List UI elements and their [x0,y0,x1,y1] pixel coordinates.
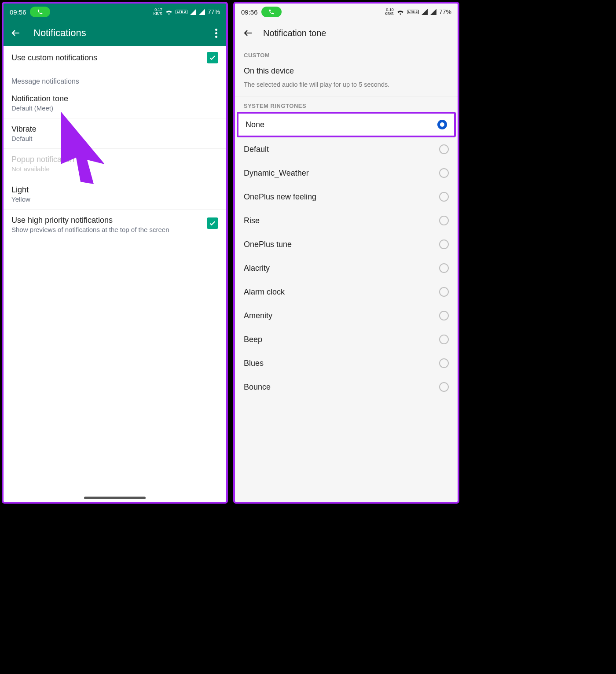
wifi-icon [165,9,173,15]
ringtone-radio[interactable] [439,358,449,368]
high-priority-checkbox[interactable] [207,217,218,229]
setting-sub: Not available [11,165,218,173]
ringtone-row-dynamic-weather[interactable]: Dynamic_Weather [235,161,458,185]
ringtone-radio[interactable] [439,287,449,297]
high-priority-title: Use high priority notifications [11,216,207,225]
ringtone-radio[interactable] [439,311,449,320]
ringtone-radio[interactable] [439,168,449,178]
ringtone-radio[interactable] [439,335,449,344]
ringtone-label: None [246,120,437,129]
setting-sub: Yellow [11,195,218,203]
data-speed-indicator: 0.10KB/S [385,8,394,16]
ringtone-row-oneplus-new-feeling[interactable]: OnePlus new feeling [235,185,458,209]
ringtone-label: OnePlus tune [244,240,439,249]
status-bar: 09:56 0.17KB/S LTE 2 77% [4,4,226,20]
on-this-device-row[interactable]: On this device [235,61,458,79]
data-speed-indicator: 0.17KB/S [153,8,162,16]
section-header-custom: CUSTOM [235,46,458,61]
high-priority-sub: Show previews of notifications at the to… [11,226,207,233]
signal-2-icon [199,9,205,15]
setting-sub: Default [11,135,218,142]
ringtone-radio[interactable] [439,263,449,273]
ringtone-radio[interactable] [439,144,449,154]
setting-title: Light [11,185,218,195]
ringtone-label: Bounce [244,383,439,392]
app-bar: Notification tone [235,20,458,46]
ringtone-row-alacrity[interactable]: Alacrity [235,256,458,280]
setting-row-notification-tone[interactable]: Notification toneDefault (Meet) [4,88,226,118]
ringtone-radio[interactable] [439,382,449,392]
signal-1-icon [422,9,428,15]
status-time: 09:56 [241,8,258,16]
ongoing-call-pill[interactable] [261,7,282,17]
ringtone-radio[interactable] [439,216,449,225]
left-phone-screenshot: 09:56 0.17KB/S LTE 2 77% Notifications U… [2,2,228,504]
setting-sub: Default (Meet) [11,104,218,112]
ringtone-row-rise[interactable]: Rise [235,209,458,232]
setting-row-vibrate[interactable]: VibrateDefault [4,118,226,149]
setting-title: Vibrate [11,125,218,134]
custom-description: The selected audio file will play for up… [235,79,458,96]
ringtone-row-bounce[interactable]: Bounce [235,375,458,399]
setting-title: Notification tone [11,94,218,103]
page-title: Notifications [33,27,86,39]
battery-percentage: 77% [439,8,451,15]
signal-1-icon [190,9,196,15]
battery-percentage: 77% [208,8,220,15]
use-custom-notifications-row[interactable]: Use custom notifications [4,46,226,70]
ringtone-radio[interactable] [439,192,449,202]
ringtone-row-amenity[interactable]: Amenity [235,304,458,328]
ringtone-row-none[interactable]: None [237,112,456,137]
nav-handle[interactable] [84,497,146,499]
status-time: 09:56 [10,8,26,16]
signal-2-icon [430,9,436,15]
ringtone-label: Rise [244,216,439,225]
more-options-icon[interactable] [213,27,219,40]
back-icon[interactable] [11,28,21,38]
ringtone-label: Default [244,145,439,154]
ringtone-label: Alarm clock [244,287,439,297]
ongoing-call-pill[interactable] [30,7,50,17]
ringtone-label: Amenity [244,311,439,320]
ringtone-label: Alacrity [244,264,439,273]
back-icon[interactable] [243,28,253,38]
setting-title: Popup notification [11,155,218,164]
status-bar: 09:56 0.10KB/S LTE 2 77% [235,4,458,20]
ringtone-row-oneplus-tune[interactable]: OnePlus tune [235,232,458,256]
use-custom-label: Use custom notifications [11,53,207,63]
section-header-system-ringtones: SYSTEM RINGTONES [235,96,458,112]
ringtone-row-beep[interactable]: Beep [235,328,458,351]
ringtone-radio[interactable] [437,120,447,129]
page-title: Notification tone [263,28,326,38]
setting-row-popup-notification: Popup notificationNot available [4,149,226,179]
lte-icon: LTE 2 [407,10,419,15]
ringtone-row-default[interactable]: Default [235,137,458,161]
ringtone-radio[interactable] [439,239,449,249]
use-high-priority-row[interactable]: Use high priority notifications Show pre… [4,210,226,239]
ringtone-label: Blues [244,359,439,368]
setting-row-light[interactable]: LightYellow [4,179,226,210]
wifi-icon [396,9,404,15]
ringtone-label: Dynamic_Weather [244,169,439,178]
ringtone-row-alarm-clock[interactable]: Alarm clock [235,280,458,304]
section-header-message-notifications: Message notifications [4,70,226,88]
ringtone-label: OnePlus new feeling [244,192,439,202]
app-bar: Notifications [4,20,226,46]
ringtone-label: Beep [244,335,439,344]
right-phone-screenshot: 09:56 0.10KB/S LTE 2 77% Notification to… [233,2,459,504]
ringtone-row-blues[interactable]: Blues [235,351,458,375]
lte-icon: LTE 2 [176,10,187,15]
use-custom-checkbox[interactable] [207,52,218,63]
